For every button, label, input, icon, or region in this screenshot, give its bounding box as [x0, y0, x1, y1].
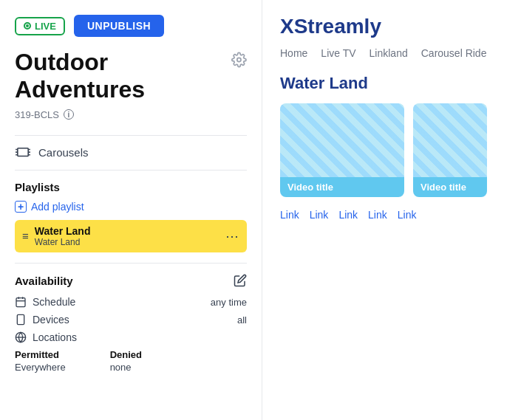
- bottom-link-3[interactable]: Link: [338, 209, 358, 221]
- svg-point-0: [237, 58, 241, 61]
- nav-linkland[interactable]: Linkland: [370, 47, 408, 59]
- plus-icon: +: [15, 201, 27, 213]
- add-playlist-button[interactable]: + Add playlist: [15, 201, 247, 213]
- svg-rect-12: [17, 315, 24, 325]
- schedule-label: Schedule: [33, 296, 75, 308]
- permitted-label: Permitted: [15, 349, 66, 360]
- bottom-link-5[interactable]: Link: [398, 209, 417, 221]
- schedule-left: Schedule: [15, 296, 75, 308]
- availability-section-header: Availability: [15, 275, 73, 287]
- svg-rect-8: [16, 298, 25, 307]
- video-title-2: Video title: [413, 177, 487, 197]
- playlist-item-left: ≡ Water Land Water Land: [22, 225, 90, 248]
- video-cards: Video title Video title: [280, 103, 506, 197]
- permitted-value: Everywhere: [15, 362, 66, 373]
- live-badge: LIVE: [15, 17, 65, 35]
- denied-col: Denied none: [110, 349, 142, 373]
- left-panel: LIVE UNPUBLISH Outdoor Adventures 319-BC…: [0, 0, 262, 420]
- info-icon[interactable]: i: [64, 109, 74, 120]
- permitted-col: Permitted Everywhere: [15, 349, 66, 373]
- carousels-label: Carousels: [38, 146, 89, 159]
- title-row: Outdoor Adventures: [15, 49, 247, 109]
- page-meta: 319-BCLS i: [15, 109, 247, 120]
- locations-left: Locations: [15, 331, 77, 343]
- carousels-icon: [15, 146, 31, 159]
- devices-value: all: [237, 314, 247, 326]
- brand-title: XStreamly: [280, 15, 506, 38]
- playlist-sub: Water Land: [35, 237, 91, 247]
- top-bar: LIVE UNPUBLISH: [15, 15, 247, 37]
- video-card-1: Video title: [280, 103, 404, 197]
- calendar-icon: [15, 296, 27, 308]
- divider-3: [15, 263, 247, 264]
- video-title-1: Video title: [280, 177, 404, 197]
- locations-row: Locations: [15, 331, 247, 343]
- devices-left: Devices: [15, 314, 69, 326]
- devices-label: Devices: [33, 314, 69, 326]
- right-panel: XStreamly Home Live TV Linkland Carousel…: [262, 0, 521, 420]
- section-title: Water Land: [280, 74, 506, 93]
- list-icon: ≡: [22, 230, 29, 242]
- edit-icon[interactable]: [234, 274, 247, 287]
- page-id: 319-BCLS: [15, 109, 59, 120]
- globe-icon: [15, 331, 27, 343]
- playlist-name: Water Land: [35, 225, 91, 238]
- gear-icon[interactable]: [231, 52, 247, 68]
- add-playlist-label: Add playlist: [31, 201, 84, 213]
- bottom-link-1[interactable]: Link: [280, 209, 299, 221]
- divider-2: [15, 170, 247, 171]
- playlists-section-header: Playlists: [15, 181, 247, 193]
- nav-home[interactable]: Home: [280, 47, 307, 59]
- denied-label: Denied: [110, 349, 142, 360]
- page-title: Outdoor Adventures: [15, 49, 231, 103]
- locations-label: Locations: [33, 331, 77, 343]
- video-thumbnail-2: [413, 103, 487, 177]
- device-icon: [15, 314, 27, 326]
- video-card-2: Video title: [413, 103, 487, 197]
- permissions-row: Permitted Everywhere Denied none: [15, 349, 247, 373]
- bottom-link-2[interactable]: Link: [310, 209, 329, 221]
- devices-row: Devices all: [15, 314, 247, 326]
- unpublish-button[interactable]: UNPUBLISH: [74, 15, 164, 37]
- schedule-value: any time: [211, 297, 247, 308]
- nav-links: Home Live TV Linkland Carousel Ride: [280, 47, 506, 59]
- bottom-links: Link Link Link Link Link: [280, 209, 506, 221]
- nav-carousel-ride[interactable]: Carousel Ride: [421, 47, 487, 59]
- divider-1: [15, 135, 247, 136]
- carousels-row: Carousels: [15, 146, 247, 159]
- live-label: LIVE: [35, 21, 56, 32]
- bottom-link-4[interactable]: Link: [368, 209, 387, 221]
- availability-header: Availability: [15, 274, 247, 287]
- schedule-row: Schedule any time: [15, 296, 247, 308]
- denied-value: none: [110, 362, 142, 373]
- svg-rect-1: [18, 148, 28, 156]
- nav-livetv[interactable]: Live TV: [321, 47, 355, 59]
- playlist-item-info: Water Land Water Land: [35, 225, 91, 248]
- video-thumbnail-1: [280, 103, 404, 177]
- live-indicator-icon: [24, 22, 31, 30]
- playlist-options-button[interactable]: ⋯: [225, 228, 239, 244]
- playlist-item[interactable]: ≡ Water Land Water Land ⋯: [15, 220, 247, 253]
